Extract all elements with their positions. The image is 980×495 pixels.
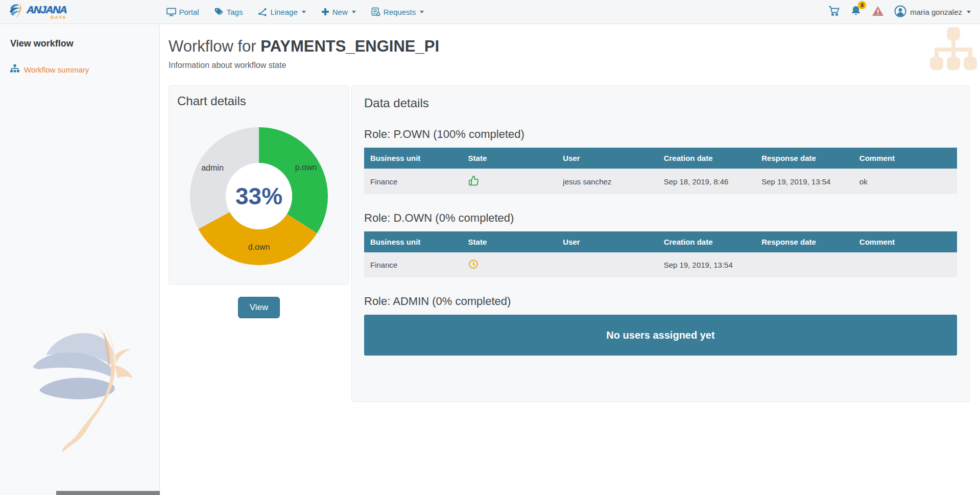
role-section-down: Role: D.OWN (0% completed) Business unit… [364,211,957,277]
view-button[interactable]: View [238,297,280,318]
cart-icon [828,6,840,18]
col-header-user: User [557,231,657,252]
user-avatar-icon [894,5,906,19]
chevron-down-icon [967,11,971,13]
sidebar-item-label: Workflow summary [24,65,89,74]
col-header-response-date: Response date [755,148,853,169]
cell-user: jesus sanchez [557,169,657,194]
top-navbar: ANJANA DATA Portal Tags [0,0,980,24]
role-heading: Role: P.OWN (100% completed) [364,128,957,141]
cart-button[interactable] [828,6,840,18]
col-header-creation-date: Creation date [658,148,756,169]
col-header-response-date: Response date [755,231,853,252]
cell-state [462,169,557,194]
menu-label: Portal [179,8,199,16]
lineage-icon [258,8,267,16]
role-table-down: Business unit State User Creation date R… [364,231,957,277]
cell-response-date [755,252,853,277]
table-row: Finance jesus sanchez Sep 18 [364,169,957,194]
role-section-admin: Role: ADMIN (0% completed) No users assi… [364,295,957,356]
data-card-title: Data details [364,96,957,110]
cell-comment: ok [853,169,957,194]
clock-icon [468,259,479,271]
anjana-data-logo[interactable]: ANJANA DATA [9,3,67,21]
cell-response-date: Sep 19, 2019, 13:54 [755,169,853,194]
role-table-pown: Business unit State User Creation date R… [364,148,957,194]
menu-label: Lineage [270,8,297,16]
col-header-creation-date: Creation date [658,231,756,252]
col-header-user: User [557,148,657,169]
donut-chart: admin p.own d.own 33% [187,125,330,268]
user-menu[interactable]: maria gonzalez [894,5,971,19]
brand-subtitle: DATA [51,15,67,20]
table-header-row: Business unit State User Creation date R… [364,148,957,169]
sidebar-title: View workflow [10,38,149,49]
chevron-down-icon [420,11,424,13]
menu-item-lineage[interactable]: Lineage [258,8,305,16]
no-users-banner: No users assigned yet [364,315,957,356]
plus-icon [321,8,329,16]
col-header-state: State [462,231,557,252]
menu-label: Requests [384,8,416,16]
cell-comment [853,252,957,277]
monitor-icon [166,8,176,16]
left-sidebar: View workflow Workflow summary [0,24,160,495]
menu-item-portal[interactable]: Portal [166,8,199,16]
cell-state [462,252,557,277]
cell-creation-date: Sep 19, 2019, 13:54 [658,252,756,277]
cell-creation-date: Sep 18, 2019, 8:46 [658,169,756,194]
bottom-scroll-strip [56,491,160,495]
page-title: Workflow for PAYMENTS_ENGINE_PI [169,37,970,56]
tags-icon [214,8,224,16]
table-row: Finance Sep 19, 2019, 13:54 [364,252,957,277]
main-menu: Portal Tags Line [166,7,424,16]
navbar-right-group: 8 maria gonzalez [828,5,971,19]
col-header-comment: Comment [853,231,957,252]
table-header-row: Business unit State User Creation date R… [364,231,957,252]
brand-name: ANJANA [27,4,67,15]
donut-label-down: d.own [248,243,270,252]
menu-item-requests[interactable]: Requests [371,7,424,16]
sidebar-item-workflow-summary[interactable]: Workflow summary [10,64,149,75]
main-content: Workflow for PAYMENTS_ENGINE_PI Informat… [160,24,980,495]
chart-details-card: Chart details admin p.own d.own 33% [169,85,349,285]
donut-label-admin: admin [201,163,224,173]
role-section-pown: Role: P.OWN (100% completed) Business un… [364,128,957,194]
data-details-card: Data details Role: P.OWN (100% completed… [351,85,970,402]
fairy-logo-icon [9,3,25,21]
thumbs-up-icon [468,175,479,187]
notifications-badge: 8 [858,1,866,9]
menu-label: New [332,8,348,16]
sitemap-icon [10,64,19,75]
menu-label: Tags [227,8,243,16]
notifications-button[interactable]: 8 [850,5,862,18]
cell-user [557,252,657,277]
role-heading: Role: ADMIN (0% completed) [364,295,957,308]
page-title-prefix: Workflow for [169,37,260,55]
page-subtitle: Information about workflow state [169,61,970,70]
fairy-watermark [28,317,146,457]
page-title-entity: PAYMENTS_ENGINE_PI [260,37,439,55]
role-heading: Role: D.OWN (0% completed) [364,211,957,225]
menu-item-new[interactable]: New [321,8,356,16]
donut-center-percent: 33% [235,182,282,210]
chart-card-title: Chart details [177,94,341,108]
chevron-down-icon [352,11,356,13]
col-header-state: State [462,148,557,169]
menu-item-tags[interactable]: Tags [214,8,243,16]
col-header-business-unit: Business unit [364,148,462,169]
donut-label-pown: p.own [295,163,317,172]
cell-business-unit: Finance [364,169,462,194]
col-header-business-unit: Business unit [364,231,462,252]
alerts-button[interactable] [872,6,884,18]
col-header-comment: Comment [853,148,957,169]
requests-icon [371,7,380,16]
cell-business-unit: Finance [364,252,462,277]
warning-triangle-icon [872,6,884,18]
workflow-sitemap-icon [930,27,977,73]
user-name: maria gonzalez [910,8,962,16]
chevron-down-icon [302,11,306,13]
